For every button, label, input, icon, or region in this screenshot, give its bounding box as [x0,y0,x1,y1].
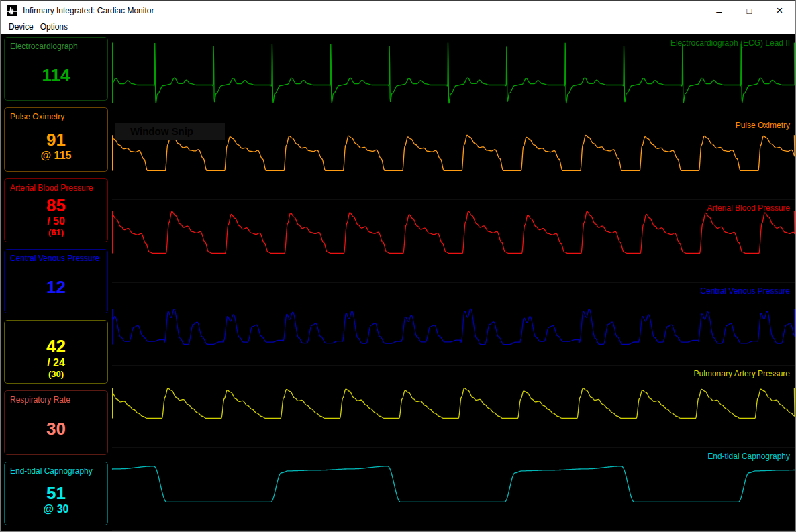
strip-label-pap: Pulmonary Artery Pressure [694,369,790,378]
strip-label-ecg: Electrocardiograph (ECG) Lead II [670,38,790,48]
window-title: Infirmary Integrated: Cardiac Monitor [23,6,704,15]
spo2-value: 91 [46,131,66,149]
panel-subvalue: @ 115 [41,149,72,162]
pap-mean-value: (30) [48,369,64,380]
panel-label: End-tidal Capnography [5,462,107,476]
panel-end-tidal-capnography: End-tidal Capnography 51@ 30 [4,462,108,525]
titlebar: Infirmary Integrated: Cardiac Monitor – … [1,1,795,21]
panel-electrocardiograph: Electrocardiograph 114 [4,37,108,101]
window-snip-artifact: Window Snip [115,123,225,140]
pap-trace [112,366,795,447]
abp-diastolic-value: / 50 [47,215,65,227]
cvp-value: 12 [46,278,66,297]
panel-label: Pulmonary Artery Pressure [5,321,107,334]
panel-pulmonary-artery-pressure: Pulmonary Artery Pressure 42/ 24(30) [4,320,108,384]
abp-waveform-strip: Arterial Blood Pressure [112,200,795,282]
vitals-sidebar: Electrocardiograph 114 Pulse Oximetry 91… [1,34,112,531]
panel-label: Electrocardiograph [5,38,107,51]
pap-diastolic-value: / 24 [47,356,65,369]
panel-respiratory-rate: Respiratory Rate 30 [4,390,108,454]
strip-label-spo2: Pulse Oximetry [736,121,790,130]
panel-subvalue: @ 30 [44,502,69,515]
pap-waveform-strip: Pulmonary Artery Pressure [112,366,795,448]
hr-value: 114 [42,66,70,85]
minimize-button[interactable]: – [704,1,734,21]
waveform-area: Window Snip Electrocardiograph (ECG) Lea… [112,34,795,531]
main-content: Electrocardiograph 114 Pulse Oximetry 91… [1,34,795,531]
strip-label-abp: Arterial Blood Pressure [707,203,790,213]
abp-trace [112,200,795,282]
abp-mean-value: (61) [48,227,64,238]
menubar: Device Options [1,21,795,34]
panel-label: Pulse Oximetry [5,108,107,121]
etco2-value: 51 [46,484,66,502]
menu-device[interactable]: Device [5,21,37,34]
panel-central-venous-pressure: Central Venous Pressure 12 [4,249,108,313]
etco2-waveform-strip: End-tidal Capnography [112,448,795,531]
cvp-waveform-strip: Central Venous Pressure [112,283,795,366]
strip-label-etco2: End-tidal Capnography [707,451,790,461]
panel-label: Arterial Blood Pressure [5,179,107,193]
maximize-button[interactable]: □ [734,1,764,21]
pap-systolic-value: 42 [46,337,66,356]
panel-pulse-oximetry: Pulse Oximetry 91@ 115 [4,107,108,171]
abp-systolic-value: 85 [46,197,66,215]
panel-arterial-blood-pressure: Arterial Blood Pressure 85/ 50(61) [4,178,108,242]
app-window: Infirmary Integrated: Cardiac Monitor – … [0,0,796,532]
app-ecg-icon [7,5,17,16]
ecg-waveform-strip: Electrocardiograph (ECG) Lead II [112,35,795,117]
cvp-trace [112,283,795,365]
rr-value: 30 [46,420,66,438]
panel-label: Respiratory Rate [5,391,107,405]
etco2-trace [112,448,795,530]
strip-label-cvp: Central Venous Pressure [701,286,790,296]
menu-options[interactable]: Options [37,21,71,34]
panel-label: Central Venous Pressure [5,250,107,263]
close-button[interactable]: × [764,1,795,21]
